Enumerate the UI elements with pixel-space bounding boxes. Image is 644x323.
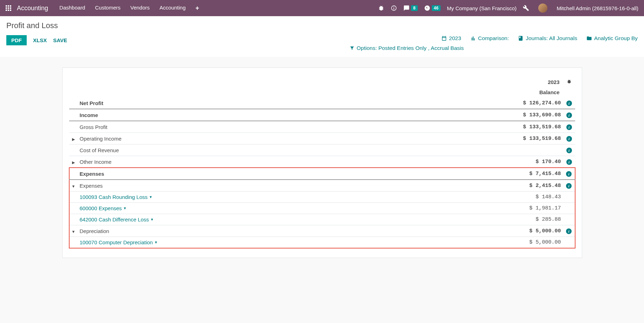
calendar-icon — [441, 35, 447, 41]
chevron-down-icon: ▼ — [123, 206, 127, 210]
row-600000-expenses: 600000 Expenses▼ $ 1,981.17 — [69, 203, 575, 214]
nav-add-icon[interactable]: + — [195, 5, 199, 12]
nav-menu: Dashboard Customers Vendors Accounting + — [59, 5, 378, 12]
row-net-profit: Net Profit $ 126,274.60 i — [69, 97, 575, 109]
info-icon[interactable]: i — [566, 101, 572, 106]
info-icon[interactable]: i — [566, 183, 572, 189]
caret-right-icon[interactable]: ▶ — [72, 160, 75, 165]
filter-journals[interactable]: Journals: All Journals — [518, 35, 577, 41]
filter-options[interactable]: Options: Posted Entries Only , Accrual B… — [350, 45, 638, 51]
nav-icons: 8 46 My Company (San Francisco) Mitchell… — [378, 4, 638, 13]
report-table: 2023 Balance Net Profit $ 126,274.60 i — [69, 77, 575, 248]
row-cash-difference: 642000 Cash Difference Loss▼ $ 285.88 — [69, 214, 575, 225]
caret-right-icon[interactable]: ▶ — [72, 137, 75, 142]
xlsx-button[interactable]: XLSX — [33, 37, 47, 43]
col-year: 2023 — [398, 77, 563, 87]
row-operating-income: ▶ Operating Income $ 133,519.68 i — [69, 133, 575, 144]
row-other-income: ▶ Other Income $ 170.40 i — [69, 156, 575, 168]
user-name[interactable]: Mitchell Admin (26815976-16-0-all) — [557, 5, 638, 11]
support-icon[interactable] — [391, 5, 397, 11]
highlighted-expenses: Expenses $ 7,415.48 i ▼ Expenses $ 2,415… — [69, 168, 575, 248]
nav-accounting[interactable]: Accounting — [160, 5, 186, 12]
account-link[interactable]: 100070 Computer Depreciation▼ — [80, 239, 158, 245]
row-expenses-sub: ▼ Expenses $ 2,415.48 i — [69, 180, 575, 192]
debug-icon[interactable] — [378, 5, 384, 11]
nav-customers[interactable]: Customers — [95, 5, 121, 12]
messages-icon[interactable]: 8 — [403, 5, 418, 11]
info-icon[interactable]: i — [566, 136, 572, 142]
col-balance: Balance — [398, 87, 563, 97]
page-title: Profit and Loss — [6, 21, 638, 30]
app-title[interactable]: Accounting — [17, 5, 48, 12]
info-icon[interactable]: i — [566, 112, 572, 118]
info-icon[interactable]: i — [566, 171, 572, 177]
row-income: Income $ 133,690.08 i — [69, 109, 575, 121]
info-icon[interactable]: i — [566, 159, 572, 165]
info-icon[interactable]: i — [566, 148, 572, 153]
pdf-button[interactable]: PDF — [6, 35, 27, 45]
row-cash-rounding: 100093 Cash Rounding Loss▼ $ 148.43 — [69, 192, 575, 203]
caret-down-icon[interactable]: ▼ — [72, 184, 76, 188]
filter-icon — [350, 46, 354, 51]
account-link[interactable]: 100093 Cash Rounding Loss▼ — [80, 194, 152, 200]
chart-icon — [470, 35, 476, 41]
save-button[interactable]: SAVE — [53, 37, 67, 43]
nav-vendors[interactable]: Vendors — [130, 5, 150, 12]
control-panel: Profit and Loss PDF XLSX SAVE 2023 Compa… — [0, 16, 644, 57]
folder-icon — [586, 35, 592, 41]
debug-col-icon[interactable] — [567, 79, 572, 85]
content-area: 2023 Balance Net Profit $ 126,274.60 i — [0, 57, 644, 265]
info-icon[interactable]: i — [566, 124, 572, 130]
row-computer-depreciation: 100070 Computer Depreciation▼ $ 5,000.00 — [69, 237, 575, 248]
account-link[interactable]: 600000 Expenses▼ — [80, 205, 127, 211]
row-cost-revenue: Cost of Revenue i — [69, 144, 575, 156]
activities-badge: 46 — [432, 5, 441, 11]
top-nav: Accounting Dashboard Customers Vendors A… — [0, 0, 644, 16]
activities-icon[interactable]: 46 — [424, 5, 441, 11]
company-switcher[interactable]: My Company (San Francisco) — [447, 5, 516, 11]
filter-bar: 2023 Comparison: Journals: All Journals … — [350, 35, 638, 51]
chevron-down-icon: ▼ — [150, 218, 154, 221]
book-icon — [518, 35, 523, 41]
chevron-down-icon: ▼ — [154, 240, 158, 244]
tools-icon[interactable] — [523, 5, 529, 11]
chevron-down-icon: ▼ — [149, 195, 152, 199]
apps-icon[interactable] — [6, 5, 11, 11]
row-depreciation: ▼ Depreciation $ 5,000.00 i — [69, 225, 575, 237]
row-expenses-total: Expenses $ 7,415.48 i — [69, 168, 575, 180]
nav-dashboard[interactable]: Dashboard — [59, 5, 85, 12]
filter-date[interactable]: 2023 — [441, 35, 461, 41]
avatar[interactable] — [538, 4, 547, 13]
export-buttons: PDF XLSX SAVE — [6, 35, 67, 45]
filter-analytic[interactable]: Analytic Group By — [586, 35, 638, 41]
account-link[interactable]: 642000 Cash Difference Loss▼ — [80, 217, 154, 222]
info-icon[interactable]: i — [566, 228, 572, 234]
filter-comparison[interactable]: Comparison: — [470, 35, 509, 41]
row-gross-profit: Gross Profit $ 133,519.68 i — [69, 121, 575, 133]
messages-badge: 8 — [411, 5, 418, 11]
report-sheet: 2023 Balance Net Profit $ 126,274.60 i — [62, 67, 582, 258]
caret-down-icon[interactable]: ▼ — [72, 230, 76, 234]
